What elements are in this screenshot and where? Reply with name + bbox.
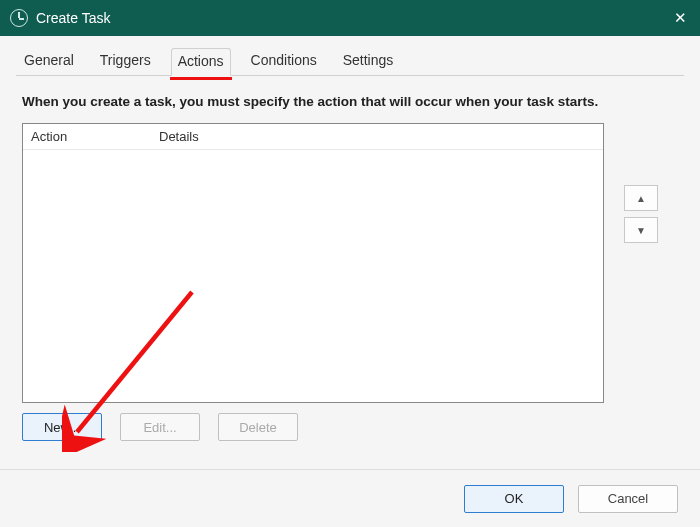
tab-conditions[interactable]: Conditions [245, 48, 323, 75]
close-icon: ✕ [674, 9, 687, 27]
delete-button[interactable]: Delete [218, 413, 298, 441]
tab-general[interactable]: General [18, 48, 80, 75]
content-area: General Triggers Actions Conditions Sett… [0, 36, 700, 441]
title-bar: Create Task ✕ [0, 0, 700, 36]
listview-header: Action Details [23, 124, 603, 150]
clock-icon [10, 9, 28, 27]
window-title: Create Task [36, 10, 660, 26]
tab-settings[interactable]: Settings [337, 48, 400, 75]
annotation-underline [170, 77, 232, 80]
ok-button[interactable]: OK [464, 485, 564, 513]
reorder-buttons: ▲ ▼ [624, 185, 658, 243]
tab-strip: General Triggers Actions Conditions Sett… [16, 48, 684, 75]
tab-actions[interactable]: Actions [171, 48, 231, 76]
close-button[interactable]: ✕ [660, 0, 700, 36]
column-details[interactable]: Details [159, 129, 595, 144]
panel-description: When you create a task, you must specify… [16, 76, 684, 123]
chevron-up-icon: ▲ [636, 193, 646, 204]
dialog-footer: OK Cancel [0, 469, 700, 527]
edit-button[interactable]: Edit... [120, 413, 200, 441]
action-buttons-row: New... Edit... Delete [16, 403, 684, 441]
actions-area: Action Details ▲ ▼ [16, 123, 684, 403]
move-down-button[interactable]: ▼ [624, 217, 658, 243]
column-action[interactable]: Action [31, 129, 159, 144]
actions-listview[interactable]: Action Details [22, 123, 604, 403]
chevron-down-icon: ▼ [636, 225, 646, 236]
move-up-button[interactable]: ▲ [624, 185, 658, 211]
cancel-button[interactable]: Cancel [578, 485, 678, 513]
tab-triggers[interactable]: Triggers [94, 48, 157, 75]
tab-actions-label: Actions [178, 53, 224, 69]
new-button[interactable]: New... [22, 413, 102, 441]
